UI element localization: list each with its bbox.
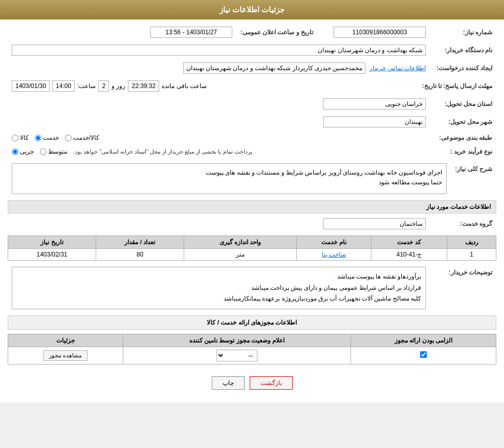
permit-required-checkbox[interactable] [351,347,496,364]
buyer-org-label: نام دستگاه خریدار: [430,42,496,58]
permit-col-required: الزامی بودن ارائه مجوز [351,334,496,347]
col-qty: تعداد / مقدار [96,236,184,249]
creator-value: محمدحسین حیدری کاربرداز شبکه بهداشت و در… [183,62,366,74]
cell-date: 1403/02/31 [8,249,96,261]
col-row-num: ردیف [447,236,496,249]
province-value: خراسان جنوبی [323,98,426,110]
col-unit: واحد اندازه گیری [184,236,296,249]
reply-time: 14:00 [52,80,75,92]
buyer-org-value: شبکه بهداشت و درمان شهرستان نهبندان [12,45,426,56]
reply-days-label: روز و [112,82,125,90]
col-date: تاریخ نیاز [8,236,96,249]
buyer-notes: برآوردهاو نقشه ها پیوست میباشد قرارداد ب… [12,267,426,309]
process-option-medium[interactable]: متوسط [40,148,67,155]
process-label: نوع فرآیند خرید : [430,146,496,157]
service-group-label: گروه خدمت: [430,216,496,231]
need-number-value: 1103091866000003 [334,27,426,38]
announce-label: تاریخ و ساعت اعلان عمومی: [236,25,317,40]
permits-section-title: اطلاعات مجوزهای ارائه خدمت / کالا [8,315,496,330]
cell-service-name[interactable]: ساخت بنا [297,249,371,261]
announce-value: 1403/01/27 - 13:56 [150,27,232,38]
permit-status-select[interactable]: -- [216,350,257,361]
reply-remaining-label: ساعت باقی مانده [162,82,207,90]
permit-status-cell[interactable]: -- [123,347,351,364]
creator-link[interactable]: اطلاعات تماس خریدار [369,65,426,72]
province-label: استان محل تحویل: [430,96,496,112]
permit-col-status: اعلام وضعیت مجوز توسط نامین کننده [123,334,351,347]
back-button[interactable]: بازگشت [250,376,293,390]
service-group-value: ساختمان [323,218,426,229]
cell-qty: 80 [96,249,184,261]
page-title: جزئیات اطلاعات نیاز [220,5,284,14]
services-section-title: اطلاعات خدمات مورد نیاز [8,200,496,214]
permits-table: الزامی بودن ارائه مجوز اعلام وضعیت مجوز … [8,334,496,365]
page-header: جزئیات اطلاعات نیاز [0,0,504,19]
cell-unit: متر [184,249,296,261]
col-service-code: کد خدمت [371,236,447,249]
reply-date: 1403/01/30 [12,80,50,92]
category-label: طبقه بندی موضوعی: [430,132,496,143]
permit-details-cell[interactable]: مشاهده مجوز [8,347,123,364]
view-permit-button[interactable]: مشاهده مجوز [43,350,87,361]
need-description: اجرای فونداسیون خانه بهداشت روستای آرویز… [12,163,447,194]
table-row: -- مشاهده مجوز [8,347,496,364]
category-option-service[interactable]: خدمت [35,134,59,141]
process-note: پرداخت تمام یا بخشی از مبلغ خریدار از مح… [73,148,252,155]
reply-remaining: 22:39:32 [128,80,159,92]
city-value: نهبندان [323,116,426,127]
action-buttons: بازگشت چاپ [8,369,496,397]
col-service-name: نام خدمت [297,236,371,249]
print-button[interactable]: چاپ [212,376,245,390]
city-label: شهر محل تحویل: [430,114,496,130]
reply-deadline-label: مهلت ارسال پاسخ: تا تاریخ: [418,78,496,94]
cell-row-num: 1 [447,249,496,261]
cell-service-code: ج-41-410 [371,249,447,261]
reply-days: 2 [98,80,109,92]
buyer-notes-title: توضیحات خریدار: [430,265,496,311]
permit-col-details: جزئیات [8,334,123,347]
reply-time-label: ساعت: [77,82,96,90]
need-description-title-label: شرح کلی نیاز: [451,161,496,196]
category-option-goods[interactable]: کالا [12,134,29,141]
category-option-goods-service[interactable]: کالا/خدمت [65,134,99,141]
process-option-small[interactable]: جزیی [12,148,34,155]
need-number-label: شماره نیاز: [430,25,496,40]
services-table: ردیف کد خدمت نام خدمت واحد اندازه گیری ت… [8,236,496,261]
creator-label: ایجاد کننده درخواست: [430,60,496,76]
table-row: 1 ج-41-410 ساخت بنا متر 80 1403/02/31 [8,249,496,261]
